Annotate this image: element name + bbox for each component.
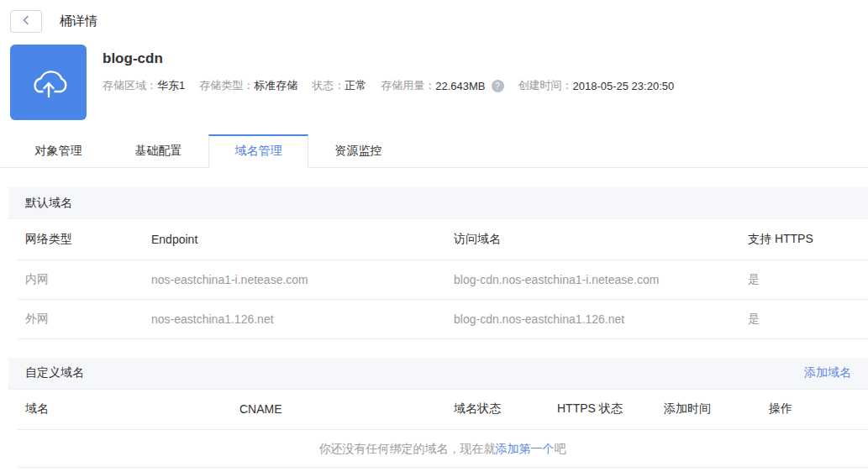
cell-https-support: 是 <box>739 299 868 338</box>
info-storage-type: 存储类型： 标准存储 <box>199 78 297 93</box>
section-title: 默认域名 <box>25 196 72 211</box>
back-button[interactable] <box>10 10 42 33</box>
cell-access-domain: blog-cdn.nos-eastchina1-i.netease.com <box>445 260 739 299</box>
info-value: 正常 <box>345 78 366 93</box>
table-row-external: 外网 nos-eastchina1.126.net blog-cdn.nos-e… <box>17 299 868 338</box>
custom-domain-section-header: 自定义域名 添加域名 <box>8 358 868 390</box>
info-label: 存储类型： <box>199 78 254 93</box>
table-row-internal: 内网 nos-eastchina1-i.netease.com blog-cdn… <box>17 260 868 299</box>
empty-state-text: 你还没有任何绑定的域名，现在就 <box>319 442 496 455</box>
default-domain-table: 网络类型 Endpoint 访问域名 支持 HTTPS 内网 nos-eastc… <box>17 219 868 339</box>
cell-https-support: 是 <box>739 260 868 299</box>
tab-domain-management[interactable]: 域名管理 <box>208 134 308 168</box>
cell-endpoint: nos-eastchina1-i.netease.com <box>143 260 445 299</box>
section-title: 自定义域名 <box>25 365 84 380</box>
help-question-icon[interactable]: ? <box>492 80 504 92</box>
bucket-meta: blog-cdn 存储区域： 华东1 存储类型： 标准存储 状态： 正常 存储用… <box>103 45 674 120</box>
bucket-header: blog-cdn 存储区域： 华东1 存储类型： 标准存储 状态： 正常 存储用… <box>10 45 868 120</box>
tab-content: 默认域名 网络类型 Endpoint 访问域名 支持 HTTPS 内网 nos-… <box>8 187 868 468</box>
custom-domain-table: 域名 CNAME 域名状态 HTTPS 状态 添加时间 操作 <box>17 390 868 431</box>
empty-state-text: 吧 <box>555 442 566 455</box>
info-label: 存储用量： <box>381 78 435 93</box>
info-label: 状态： <box>312 78 345 93</box>
col-header-actions: 操作 <box>760 390 868 430</box>
bucket-cloud-upload-icon <box>10 45 87 120</box>
table-header-row: 网络类型 Endpoint 访问域名 支持 HTTPS <box>17 219 868 260</box>
col-header-access-domain: 访问域名 <box>445 219 739 260</box>
default-domain-section-header: 默认域名 <box>8 187 868 219</box>
add-first-domain-link[interactable]: 添加第一个 <box>496 442 555 455</box>
info-label: 创建时间： <box>518 78 573 93</box>
page-title: 桶详情 <box>60 13 97 29</box>
col-header-https-support: 支持 HTTPS <box>739 219 868 260</box>
col-header-endpoint: Endpoint <box>143 219 445 260</box>
col-header-domain: 域名 <box>17 390 231 430</box>
info-value: 2018-05-25 23:20:50 <box>573 80 675 92</box>
tab-resource-monitor[interactable]: 资源监控 <box>308 134 408 167</box>
cell-network-type: 外网 <box>17 299 143 338</box>
cell-network-type: 内网 <box>17 260 143 299</box>
empty-state: 你还没有任何绑定的域名，现在就添加第一个吧 <box>17 430 868 468</box>
bucket-name: blog-cdn <box>103 50 674 67</box>
table-header-row: 域名 CNAME 域名状态 HTTPS 状态 添加时间 操作 <box>17 390 868 430</box>
col-header-network-type: 网络类型 <box>17 219 143 260</box>
back-row: 桶详情 <box>10 10 868 33</box>
cell-endpoint: nos-eastchina1.126.net <box>143 299 445 338</box>
col-header-domain-status: 域名状态 <box>445 390 549 430</box>
info-created: 创建时间： 2018-05-25 23:20:50 <box>518 78 675 93</box>
col-header-cname: CNAME <box>231 390 445 430</box>
info-status: 状态： 正常 <box>312 78 366 93</box>
col-header-https-status: HTTPS 状态 <box>549 390 655 430</box>
info-value: 华东1 <box>157 78 185 93</box>
info-value: 22.643MB <box>435 80 485 92</box>
bucket-info-row: 存储区域： 华东1 存储类型： 标准存储 状态： 正常 存储用量： 22.643… <box>103 78 674 93</box>
chevron-left-icon <box>21 14 31 29</box>
info-usage: 存储用量： 22.643MB ? <box>381 78 503 93</box>
info-value: 标准存储 <box>254 78 297 93</box>
info-label: 存储区域： <box>103 78 157 93</box>
tab-basic-config[interactable]: 基础配置 <box>108 134 208 167</box>
col-header-add-time: 添加时间 <box>655 390 760 430</box>
info-region: 存储区域： 华东1 <box>103 78 185 93</box>
cell-access-domain: blog-cdn.nos-eastchina1.126.net <box>445 299 739 338</box>
add-domain-link[interactable]: 添加域名 <box>804 365 851 380</box>
tab-bar: 对象管理 基础配置 域名管理 资源监控 <box>0 134 868 168</box>
tab-object-management[interactable]: 对象管理 <box>8 134 108 167</box>
